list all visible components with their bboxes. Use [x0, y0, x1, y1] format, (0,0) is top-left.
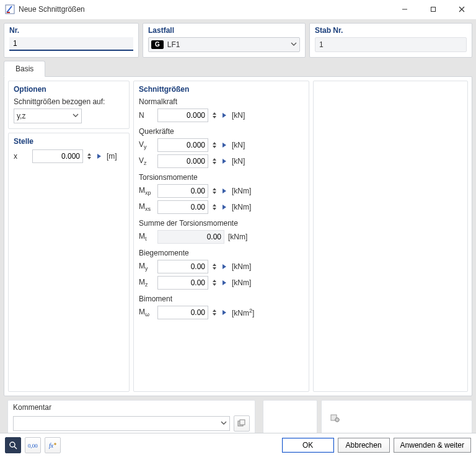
- label-torsion: Torsionsmomente: [139, 173, 304, 182]
- close-button[interactable]: [447, 0, 476, 19]
- tabs: Basis: [4, 61, 472, 76]
- cancel-button[interactable]: Abbrechen: [338, 438, 390, 453]
- spin-n[interactable]: [211, 109, 218, 122]
- nr-label: Nr.: [9, 26, 133, 35]
- unit-mt: [kNm]: [228, 233, 247, 241]
- play-my[interactable]: [221, 260, 228, 273]
- spin-mz[interactable]: [211, 277, 218, 289]
- input-row-mz: Mz [kNm]: [139, 276, 304, 290]
- unit-mw: [kNm2]: [232, 308, 254, 317]
- input-row-my: My [kNm]: [139, 260, 304, 273]
- fx-button[interactable]: fx: [45, 437, 61, 453]
- optionen-ref-label: Schnittgrößen bezogen auf:: [14, 97, 124, 106]
- lastfall-badge: G: [151, 40, 164, 49]
- svg-rect-3: [240, 420, 245, 425]
- units-button[interactable]: 0,00: [25, 437, 41, 453]
- unit-my: [kNm]: [232, 262, 251, 271]
- sym-mxp: Mxp: [139, 186, 155, 196]
- chevron-down-icon: [221, 419, 227, 428]
- unit-mxp: [kNm]: [232, 187, 251, 195]
- aux-panel-1: [263, 400, 317, 436]
- unit-vz: [kN]: [232, 157, 245, 166]
- input-vy[interactable]: [157, 138, 208, 152]
- minimize-button[interactable]: [390, 0, 419, 19]
- optionen-title: Optionen: [14, 85, 124, 94]
- input-vz[interactable]: [157, 154, 208, 168]
- stab-label: Stab Nr.: [315, 26, 467, 35]
- label-querkraefte: Querkräfte: [139, 127, 304, 136]
- stab-panel: Stab Nr. 1: [309, 23, 472, 58]
- play-mxs[interactable]: [221, 201, 228, 213]
- aux-panel-2: [321, 400, 472, 436]
- spin-mxs[interactable]: [211, 201, 218, 213]
- label-torsion-sum: Summe der Torsionsmomente: [139, 219, 304, 228]
- spin-x[interactable]: [86, 150, 93, 162]
- input-n[interactable]: [157, 109, 208, 122]
- client-area: Nr. Lastfall G LF1 Stab Nr. 1 Basis: [0, 19, 476, 457]
- comment-row: Kommentar: [4, 400, 472, 436]
- sym-mw: Mω: [139, 308, 155, 317]
- sg-title: Schnittgrößen: [139, 85, 304, 94]
- footer: 0,00 fx OK Abbrechen Anwenden & weiter: [0, 433, 476, 457]
- settings-icon-button[interactable]: [328, 410, 343, 425]
- input-row-vz: Vz [kN]: [139, 154, 304, 168]
- svg-rect-1: [431, 7, 436, 12]
- optionen-ref-value: y,z: [17, 112, 25, 120]
- input-row-mxs: Mxs [kNm]: [139, 200, 304, 214]
- stab-value: 1: [315, 37, 467, 52]
- label-bimoment: Bimoment: [139, 295, 304, 303]
- sym-n: N: [139, 111, 155, 120]
- input-mt: [157, 230, 224, 244]
- unit-x: [m]: [107, 152, 117, 161]
- input-row-mt: Mt [kNm]: [139, 230, 304, 244]
- maximize-button[interactable]: [419, 0, 447, 19]
- play-mw[interactable]: [221, 306, 228, 319]
- optionen-panel: Optionen Schnittgrößen bezogen auf: y,z: [8, 81, 130, 129]
- lastfall-combo[interactable]: G LF1: [148, 37, 300, 52]
- main-panel: Optionen Schnittgrößen bezogen auf: y,z …: [4, 76, 472, 396]
- play-vz[interactable]: [221, 155, 228, 167]
- input-row-mxp: Mxp [kNm]: [139, 184, 304, 198]
- nr-panel: Nr.: [4, 23, 139, 58]
- input-row-vy: Vy [kN]: [139, 138, 304, 152]
- play-x[interactable]: [95, 150, 103, 162]
- sym-mt: Mt: [139, 232, 155, 242]
- label-normalkraft: Normalkraft: [139, 97, 304, 106]
- input-mz[interactable]: [157, 276, 208, 290]
- play-vy[interactable]: [221, 139, 228, 151]
- kommentar-combo[interactable]: [13, 416, 230, 431]
- lastfall-panel: Lastfall G LF1: [143, 23, 306, 58]
- help-button[interactable]: [5, 437, 21, 453]
- app-icon: [5, 4, 15, 14]
- sym-x: x: [14, 152, 30, 161]
- play-mxp[interactable]: [221, 185, 228, 197]
- unit-vy: [kN]: [232, 141, 245, 149]
- spin-vz[interactable]: [211, 155, 218, 167]
- tab-basis[interactable]: Basis: [4, 61, 45, 77]
- optionen-ref-combo[interactable]: y,z: [14, 109, 82, 123]
- kommentar-title: Kommentar: [13, 403, 250, 412]
- play-n[interactable]: [221, 109, 228, 122]
- kommentar-library-button[interactable]: [234, 415, 250, 432]
- input-mw[interactable]: [157, 306, 208, 319]
- ok-button[interactable]: OK: [282, 438, 334, 453]
- input-row-x: x [m]: [14, 149, 124, 163]
- spin-my[interactable]: [211, 260, 218, 273]
- schnittgroessen-panel: Schnittgrößen Normalkraft N [kN] Querkrä…: [133, 81, 309, 392]
- nr-input[interactable]: [9, 37, 133, 51]
- lastfall-value: LF1: [167, 40, 180, 49]
- chevron-down-icon: [291, 40, 297, 49]
- window-title: Neue Schnittgrößen: [19, 5, 85, 14]
- input-my[interactable]: [157, 260, 208, 273]
- spin-mw[interactable]: [211, 306, 218, 319]
- play-mz[interactable]: [221, 277, 228, 289]
- apply-next-button[interactable]: Anwenden & weiter: [394, 438, 471, 453]
- spin-vy[interactable]: [211, 139, 218, 151]
- stelle-title: Stelle: [14, 137, 124, 146]
- preview-panel: [313, 81, 468, 392]
- input-mxp[interactable]: [157, 184, 208, 198]
- left-column: Optionen Schnittgrößen bezogen auf: y,z …: [8, 81, 130, 392]
- input-x[interactable]: [32, 149, 83, 163]
- input-mxs[interactable]: [157, 200, 208, 214]
- spin-mxp[interactable]: [211, 185, 218, 197]
